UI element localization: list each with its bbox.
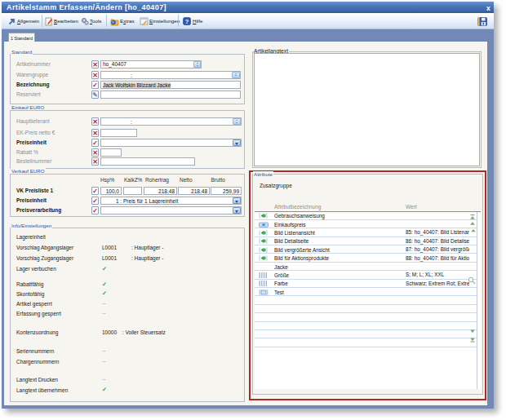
svg-text:?: ? (185, 18, 189, 25)
